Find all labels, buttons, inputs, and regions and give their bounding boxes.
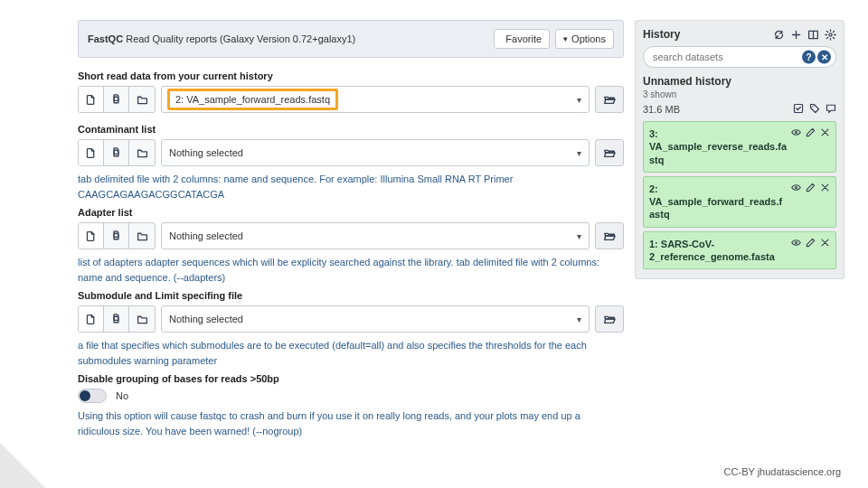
search-clear-button[interactable]: ✕: [817, 51, 831, 64]
browse-button[interactable]: [595, 222, 624, 249]
delete-dataset-button[interactable]: [820, 238, 830, 248]
files-icon: [110, 230, 122, 242]
x-icon: [820, 238, 830, 248]
chevron-down-icon: ▾: [577, 314, 581, 324]
help-text: Using this option will cause fastqc to c…: [78, 408, 624, 438]
columns-icon: [807, 29, 819, 41]
chevron-down-icon: ▾: [577, 148, 581, 158]
multi-file-mode[interactable]: [104, 223, 129, 249]
collection-mode[interactable]: [129, 140, 155, 165]
collection-mode[interactable]: [129, 223, 155, 249]
file-icon: [85, 230, 97, 242]
view-dataset-button[interactable]: [791, 183, 801, 192]
search-help-button[interactable]: ?: [802, 51, 816, 64]
view-all-button[interactable]: [807, 29, 819, 41]
nogroup-toggle[interactable]: [78, 389, 107, 403]
files-icon: [110, 314, 122, 325]
tool-title: FastQC Read Quality reports (Galaxy Vers…: [88, 33, 355, 44]
help-text: tab delimited file with 2 columns: name …: [78, 172, 624, 202]
single-file-mode[interactable]: [79, 306, 104, 332]
toggle-value: No: [116, 390, 128, 401]
input-mode-group: [78, 86, 156, 113]
dataset-item[interactable]: 2: VA_sample_forward_reads.fastq: [643, 176, 836, 228]
gear-icon: [825, 29, 836, 41]
folder-open-icon: [603, 93, 616, 106]
chat-icon: [826, 103, 836, 114]
eye-icon: [791, 183, 801, 192]
short-read-select[interactable]: 2: VA_sample_forward_reads.fastq ▾: [161, 86, 590, 113]
dataset-item[interactable]: 1: SARS-CoV-2_reference_genome.fasta: [643, 231, 836, 270]
select-all-button[interactable]: [793, 103, 804, 116]
edit-dataset-button[interactable]: [806, 238, 816, 248]
favorite-button[interactable]: Favorite: [494, 29, 550, 49]
tags-button[interactable]: [809, 103, 820, 116]
help-text: a file that specifies which submodules a…: [78, 338, 624, 368]
folder-icon: [137, 314, 148, 325]
history-size: 31.6 MB: [643, 104, 680, 115]
view-dataset-button[interactable]: [791, 238, 801, 248]
plus-icon: [790, 29, 802, 41]
browse-button[interactable]: [595, 305, 624, 333]
single-file-mode[interactable]: [79, 223, 104, 249]
attribution-text: CC-BY jhudatascience.org: [724, 466, 841, 477]
corner-decoration: [0, 443, 45, 488]
caret-down-icon: ▾: [563, 34, 568, 43]
history-title: History: [643, 28, 680, 41]
folder-icon: [137, 94, 148, 106]
browse-button[interactable]: [595, 86, 624, 113]
field-label: Adapter list: [78, 207, 624, 218]
edit-dataset-button[interactable]: [806, 183, 816, 192]
history-shown-count: 3 shown: [643, 89, 836, 99]
adapter-select[interactable]: Nothing selected ▾: [161, 222, 590, 249]
pencil-icon: [806, 183, 816, 192]
file-icon: [85, 94, 97, 106]
file-icon: [85, 314, 97, 325]
submodule-select[interactable]: Nothing selected ▾: [161, 305, 590, 333]
single-file-mode[interactable]: [79, 87, 104, 112]
single-file-mode[interactable]: [79, 140, 104, 165]
input-mode-group: [78, 139, 156, 166]
files-icon: [110, 147, 122, 159]
x-icon: [820, 127, 830, 137]
multi-file-mode[interactable]: [104, 306, 129, 332]
selected-value-highlight: 2: VA_sample_forward_reads.fastq: [167, 89, 338, 110]
dataset-item[interactable]: 3: VA_sample_reverse_reads.fastq: [643, 121, 836, 173]
delete-dataset-button[interactable]: [820, 127, 830, 137]
tool-form: FastQC Read Quality reports (Galaxy Vers…: [78, 20, 624, 449]
eye-icon: [791, 127, 801, 137]
file-icon: [85, 147, 97, 159]
folder-open-icon: [603, 313, 616, 325]
eye-icon: [791, 238, 801, 248]
input-mode-group: [78, 222, 156, 249]
refresh-button[interactable]: [773, 29, 785, 41]
field-label: Contaminant list: [78, 124, 624, 135]
input-mode-group: [78, 305, 156, 333]
folder-open-icon: [603, 230, 616, 242]
pencil-icon: [806, 238, 816, 248]
history-options-button[interactable]: [825, 29, 836, 41]
check-icon: [793, 103, 804, 114]
tool-header: FastQC Read Quality reports (Galaxy Vers…: [78, 20, 624, 58]
field-label: Submodule and Limit specifing file: [78, 290, 624, 301]
delete-dataset-button[interactable]: [820, 183, 830, 192]
chevron-down-icon: ▾: [577, 231, 581, 241]
view-dataset-button[interactable]: [791, 127, 801, 137]
annotation-button[interactable]: [826, 103, 836, 116]
contaminant-select[interactable]: Nothing selected ▾: [161, 139, 590, 166]
files-icon: [110, 94, 122, 106]
multi-file-mode[interactable]: [104, 140, 129, 165]
options-button[interactable]: ▾ Options: [555, 29, 614, 49]
chevron-down-icon: ▾: [577, 95, 581, 105]
new-history-button[interactable]: [790, 29, 802, 41]
history-name[interactable]: Unnamed history: [643, 75, 836, 88]
browse-button[interactable]: [595, 139, 624, 166]
folder-icon: [137, 147, 148, 159]
history-panel: History ? ✕ Unnamed history 3 shown 31.6…: [635, 20, 844, 449]
multi-file-mode[interactable]: [104, 87, 129, 112]
collection-mode[interactable]: [129, 306, 155, 332]
refresh-icon: [773, 29, 785, 41]
edit-dataset-button[interactable]: [806, 127, 816, 137]
collection-mode[interactable]: [129, 87, 155, 112]
help-text: list of adapters adapter sequences which…: [78, 255, 624, 285]
folder-open-icon: [603, 146, 616, 159]
